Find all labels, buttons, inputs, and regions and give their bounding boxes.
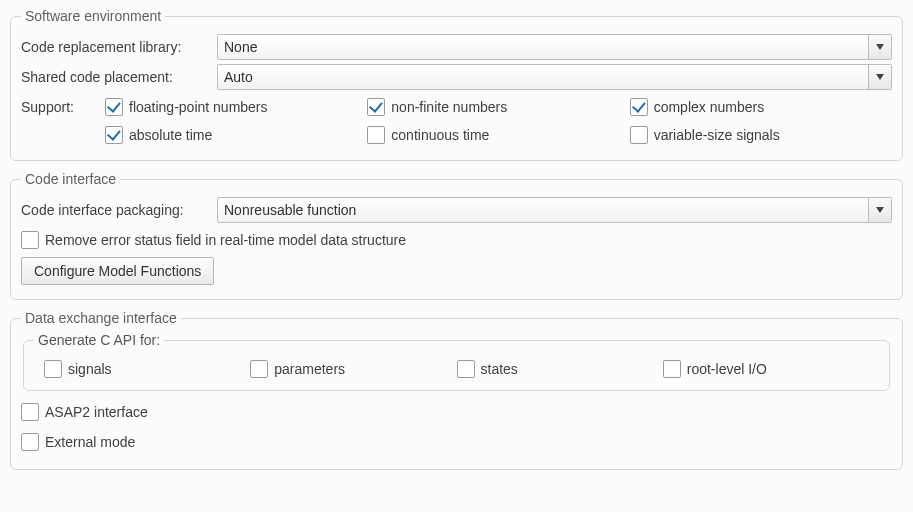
code-replacement-library-label: Code replacement library: <box>21 39 217 55</box>
data-exchange-interface-group: Data exchange interface Generate C API f… <box>10 310 903 470</box>
code-interface-packaging-label: Code interface packaging: <box>21 202 217 218</box>
code-interface-packaging-combo[interactable]: Nonreusable function <box>217 197 892 223</box>
code-replacement-library-value: None <box>218 39 868 55</box>
code-interface-group: Code interface Code interface packaging:… <box>10 171 903 300</box>
support-absolute-time-label: absolute time <box>129 127 212 143</box>
capi-states-checkbox[interactable] <box>457 360 475 378</box>
shared-code-placement-combo[interactable]: Auto <box>217 64 892 90</box>
support-complex-checkbox[interactable] <box>630 98 648 116</box>
capi-parameters-checkbox[interactable] <box>250 360 268 378</box>
data-exchange-interface-title: Data exchange interface <box>21 310 181 326</box>
support-floating-point-label: floating-point numbers <box>129 99 268 115</box>
support-continuous-time-label: continuous time <box>391 127 489 143</box>
capi-root-level-io-checkbox[interactable] <box>663 360 681 378</box>
configure-model-functions-button[interactable]: Configure Model Functions <box>21 257 214 285</box>
software-environment-group: Software environment Code replacement li… <box>10 8 903 161</box>
remove-error-status-checkbox[interactable] <box>21 231 39 249</box>
generate-c-api-title: Generate C API for: <box>34 332 164 348</box>
shared-code-placement-value: Auto <box>218 69 868 85</box>
remove-error-status-label: Remove error status field in real-time m… <box>45 232 406 248</box>
support-absolute-time-checkbox[interactable] <box>105 126 123 144</box>
support-non-finite-checkbox[interactable] <box>367 98 385 116</box>
chevron-down-icon <box>876 207 884 213</box>
external-mode-label: External mode <box>45 434 135 450</box>
shared-code-placement-label: Shared code placement: <box>21 69 217 85</box>
code-replacement-library-dropdown-button[interactable] <box>868 35 891 59</box>
support-non-finite-label: non-finite numbers <box>391 99 507 115</box>
code-replacement-library-combo[interactable]: None <box>217 34 892 60</box>
capi-parameters-label: parameters <box>274 361 345 377</box>
support-variable-size-checkbox[interactable] <box>630 126 648 144</box>
support-continuous-time-checkbox[interactable] <box>367 126 385 144</box>
generate-c-api-group: Generate C API for: signals parameters s… <box>23 332 890 391</box>
support-label: Support: <box>21 99 105 115</box>
code-interface-packaging-value: Nonreusable function <box>218 202 868 218</box>
software-environment-title: Software environment <box>21 8 165 24</box>
capi-signals-checkbox[interactable] <box>44 360 62 378</box>
capi-signals-label: signals <box>68 361 112 377</box>
capi-states-label: states <box>481 361 518 377</box>
shared-code-placement-dropdown-button[interactable] <box>868 65 891 89</box>
support-complex-label: complex numbers <box>654 99 765 115</box>
chevron-down-icon <box>876 44 884 50</box>
support-variable-size-label: variable-size signals <box>654 127 780 143</box>
code-interface-packaging-dropdown-button[interactable] <box>868 198 891 222</box>
external-mode-checkbox[interactable] <box>21 433 39 451</box>
chevron-down-icon <box>876 74 884 80</box>
support-floating-point-checkbox[interactable] <box>105 98 123 116</box>
asap2-interface-label: ASAP2 interface <box>45 404 148 420</box>
code-interface-title: Code interface <box>21 171 120 187</box>
asap2-interface-checkbox[interactable] <box>21 403 39 421</box>
capi-root-level-io-label: root-level I/O <box>687 361 767 377</box>
